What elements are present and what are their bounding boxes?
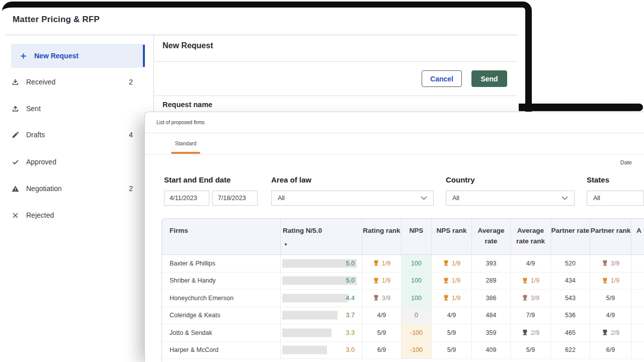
rating-rank-cell: 1/9: [362, 273, 401, 290]
column-header-nps[interactable]: NPS: [401, 219, 431, 254]
nps-rank-cell: 1/9: [431, 273, 471, 290]
table-row[interactable]: Harper & McCord 3.0 6/9 -100 5/9 409 5/9…: [162, 342, 644, 359]
average-rate-cell: 289: [471, 273, 510, 290]
nps-cell: 100: [401, 255, 431, 273]
table-row[interactable]: Baxter & Phillips 5.0 1/9 100 1/9 393 4/…: [162, 255, 644, 273]
trophy-icon: [602, 329, 608, 336]
table-row[interactable]: Jotto & Sendak 3.3 5/9 -100 5/9 359 2/9 …: [162, 324, 644, 342]
rank-value: 2/9: [611, 329, 619, 336]
header-divider: [5, 35, 517, 35]
column-header-firms[interactable]: Firms: [162, 219, 280, 254]
nps-cell: 100: [401, 273, 431, 290]
end-date-input[interactable]: [212, 191, 258, 206]
rank-value: 5/9: [606, 295, 615, 302]
rank-value: 5/9: [377, 329, 386, 336]
column-header-average-rate-rank[interactable]: Average rate rank: [510, 219, 550, 254]
firm-name: Harper & McCord: [162, 342, 280, 359]
clipped-cell: [631, 307, 644, 325]
sidebar-item-received[interactable]: Received 2: [11, 74, 145, 89]
nps-rank-cell: 5/9: [431, 324, 471, 342]
sidebar-item-new-request[interactable]: New Request: [11, 44, 145, 68]
rating-cell: 3.7: [280, 307, 362, 325]
rank-value: 2/9: [531, 329, 539, 336]
rating-cell: 3.0: [280, 342, 362, 359]
start-date-input[interactable]: [164, 191, 209, 206]
partner-rank-cell: 4/9: [590, 307, 631, 325]
table-row[interactable]: Shriber & Handy 5.0 1/9 100 1/9 289 1/9 …: [162, 273, 644, 290]
clipped-cell: [631, 255, 644, 273]
sidebar-item-rejected[interactable]: Rejected: [11, 208, 145, 223]
trophy-icon: [443, 278, 449, 284]
table-row[interactable]: Honeychurch Emerson 4.4 3/9 100 1/9 386 …: [162, 290, 644, 307]
rating-cell: 5.0: [280, 273, 362, 290]
cancel-button[interactable]: Cancel: [422, 70, 462, 87]
average-rate-cell: 484: [471, 307, 510, 325]
sidebar-item-approved[interactable]: Approved: [11, 154, 145, 169]
country-label: Country: [446, 175, 475, 184]
nps-rank-cell: 1/9: [431, 255, 471, 273]
partner-rate-cell: 520: [550, 255, 590, 273]
sidebar-item-label: Rejected: [26, 211, 54, 219]
sidebar-item-negotiation[interactable]: Negotiation 2: [11, 181, 145, 196]
rank-value: 4/9: [526, 260, 535, 267]
nps-cell: -100: [401, 324, 431, 342]
rank-value: 1/9: [452, 260, 460, 267]
table-body: Baxter & Phillips 5.0 1/9 100 1/9 393 4/…: [162, 255, 644, 359]
nps-rank-cell: 4/9: [431, 307, 471, 325]
country-select[interactable]: All: [446, 191, 575, 206]
app-title: Matter Pricing & RFP: [13, 15, 100, 25]
partner-rate-cell: 536: [550, 307, 590, 325]
table-row[interactable]: Coleridge & Keats 3.7 4/9 0 4/9 484 7/9 …: [162, 307, 644, 325]
rank-value: 3/9: [382, 295, 390, 302]
sidebar-item-count: 4: [129, 131, 133, 139]
rating-bar: [282, 346, 327, 354]
active-tab-indicator: [171, 152, 200, 154]
x-icon: [11, 211, 19, 219]
column-header-nps-rank[interactable]: NPS rank: [431, 219, 471, 254]
pencil-icon: [11, 131, 19, 139]
partner-rate-cell: 622: [550, 342, 590, 359]
clipped-cell: [631, 273, 644, 290]
area-of-law-label: Area of law: [271, 175, 311, 184]
states-select[interactable]: All: [587, 191, 644, 206]
partner-rate-cell: 543: [550, 290, 590, 307]
partner-rank-cell: 3/9: [590, 255, 631, 273]
average-rate-cell: 393: [471, 255, 510, 273]
tab-standard[interactable]: Standard: [171, 140, 200, 146]
screenshot-canvas: Matter Pricing & RFP New Request Receive…: [0, 0, 644, 362]
rating-cell: 3.3: [280, 324, 362, 342]
area-of-law-select[interactable]: All: [271, 191, 434, 206]
trophy-icon: [443, 260, 449, 266]
trophy-icon: [522, 329, 528, 336]
column-header-average-rate[interactable]: Average rate: [471, 219, 510, 254]
column-header-clipped: A: [631, 219, 644, 254]
page-title: New Request: [163, 41, 213, 50]
column-header-rating-rank[interactable]: Rating rank: [362, 219, 401, 254]
sidebar-item-drafts[interactable]: Drafts 4: [11, 127, 145, 142]
nps-rank-cell: 5/9: [431, 342, 471, 359]
rating-rank-cell: 5/9: [362, 324, 401, 342]
rank-value: 1/9: [382, 260, 390, 267]
average-rate-rank-cell: 7/9: [510, 307, 550, 325]
sidebar-item-sent[interactable]: Sent: [11, 101, 145, 116]
rating-bar: [282, 328, 332, 337]
clipped-cell: [631, 324, 644, 342]
inbox-download-icon: [11, 78, 19, 86]
clipped-cell: [631, 290, 644, 307]
content-divider: [154, 61, 517, 62]
rating-rank-cell: 4/9: [362, 307, 401, 325]
rating-value: 3.7: [346, 312, 355, 319]
send-button[interactable]: Send: [471, 70, 507, 87]
column-header-rating[interactable]: Rating N/5.0 ▼: [280, 219, 362, 254]
sidebar-item-label: Drafts: [26, 131, 45, 139]
average-rate-rank-cell: 2/9: [510, 324, 550, 342]
plus-icon: [19, 52, 27, 60]
firm-name: Jotto & Sendak: [162, 324, 280, 342]
sidebar-item-count: 2: [129, 185, 133, 193]
sidebar-item-label: Approved: [26, 158, 56, 166]
column-header-partner-rate[interactable]: Partner rate: [550, 219, 590, 254]
trophy-icon: [373, 260, 379, 266]
column-header-partner-rank[interactable]: Partner rank: [590, 219, 631, 254]
sort-desc-icon: ▼: [284, 242, 288, 248]
states-label: States: [587, 175, 609, 184]
